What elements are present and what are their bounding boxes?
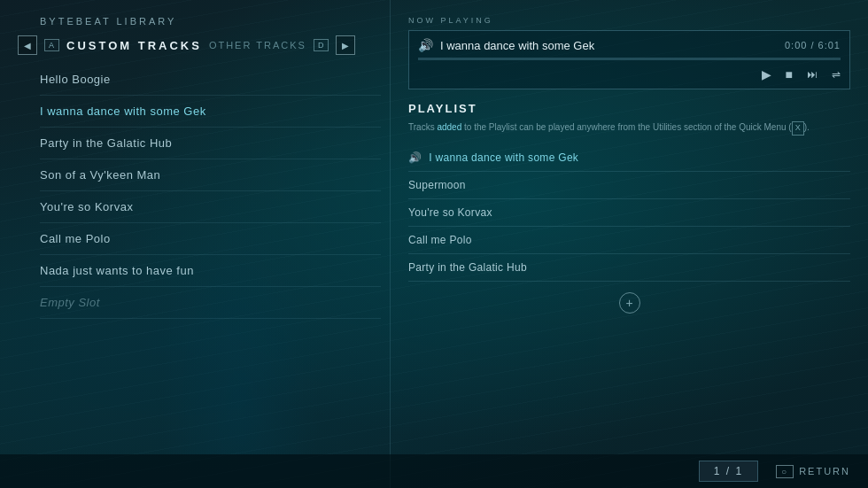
tab-other-tracks[interactable]: OTHER TRACKS (209, 40, 306, 50)
playlist-desc-post: to the Playlist can be played anywhere f… (461, 122, 791, 132)
playlist-item-name: You're so Korvax (408, 206, 492, 219)
stop-button[interactable]: ■ (786, 67, 793, 81)
track-list: Hello Boogie I wanna dance with some Gek… (0, 64, 390, 488)
playlist-item-name: Call me Polo (408, 234, 472, 246)
track-item[interactable]: Nada just wants to have fun (40, 255, 381, 287)
controls-row: ▶ ■ ⏭ ⇌ (418, 67, 841, 81)
left-key-badge: A (44, 39, 59, 51)
now-playing-box: 🔊 I wanna dance with some Gek 0:00 / 6:0… (408, 30, 850, 89)
now-playing-section: NOW PLAYING 🔊 I wanna dance with some Ge… (408, 16, 850, 89)
playlist-item-current[interactable]: 🔊 I wanna dance with some Gek (408, 144, 850, 172)
playlist-item[interactable]: Party in the Galatic Hub (408, 254, 850, 282)
playlist-item[interactable]: You're so Korvax (408, 199, 850, 227)
shuffle-button[interactable]: ⇌ (832, 68, 841, 81)
playlist-desc-pre: Tracks (408, 122, 437, 132)
page-counter: 1 / 1 (699, 461, 758, 482)
playlist-item[interactable]: Supermoon (408, 172, 850, 199)
track-item-empty[interactable]: Empty Slot (40, 287, 381, 319)
add-to-playlist-button[interactable]: + (619, 292, 640, 314)
now-playing-label: NOW PLAYING (408, 16, 850, 25)
playlist-add-row: + (408, 282, 850, 324)
playlist-description: Tracks added to the Playlist can be play… (408, 120, 850, 136)
track-item[interactable]: Call me Polo (40, 223, 381, 255)
playlist-item[interactable]: Call me Polo (408, 227, 850, 254)
return-label: ○ RETURN (776, 465, 850, 478)
bottom-bar: 1 / 1 ○ RETURN (0, 454, 868, 488)
tab-right-arrow[interactable]: ▶ (336, 35, 355, 55)
left-panel: BYTEBEAT LIBRARY ◀ A CUSTOM TRACKS OTHER… (0, 0, 390, 488)
playlist-desc-highlight: added (437, 122, 461, 132)
tab-custom-tracks[interactable]: CUSTOM TRACKS (66, 39, 202, 52)
playlist-item-name: I wanna dance with some Gek (429, 151, 578, 164)
next-button[interactable]: ⏭ (807, 68, 818, 81)
main-layout: BYTEBEAT LIBRARY ◀ A CUSTOM TRACKS OTHER… (0, 0, 868, 488)
playlist-section: PLAYLIST Tracks added to the Playlist ca… (408, 102, 850, 472)
left-arrow-icon: ◀ (24, 41, 31, 50)
time-display: 0:00 / 6:01 (785, 40, 841, 50)
right-panel: NOW PLAYING 🔊 I wanna dance with some Ge… (391, 0, 868, 488)
playlist-header: PLAYLIST (408, 102, 850, 115)
now-playing-track-row: 🔊 I wanna dance with some Gek 0:00 / 6:0… (418, 38, 841, 52)
return-key-badge: ○ (776, 465, 794, 478)
right-arrow-icon: ▶ (342, 41, 349, 50)
return-text: RETURN (799, 466, 850, 476)
playlist-item-name: Supermoon (408, 179, 466, 191)
quick-menu-key: X (792, 121, 804, 136)
play-button[interactable]: ▶ (762, 67, 771, 81)
playlist-items: 🔊 I wanna dance with some Gek Supermoon … (408, 144, 850, 282)
playlist-speaker-icon: 🔊 (408, 151, 422, 164)
tab-left-arrow[interactable]: ◀ (18, 35, 37, 55)
speaker-icon: 🔊 (418, 38, 433, 52)
track-item[interactable]: Hello Boogie (40, 64, 381, 96)
track-item[interactable]: Son of a Vy'keen Man (40, 159, 381, 191)
right-key-badge: D (314, 39, 329, 51)
track-item[interactable]: Party in the Galatic Hub (40, 128, 381, 159)
playlist-item-name: Party in the Galatic Hub (408, 261, 527, 274)
tabs-row: ◀ A CUSTOM TRACKS OTHER TRACKS D ▶ (0, 35, 390, 55)
now-playing-title: I wanna dance with some Gek (440, 39, 778, 52)
progress-bar[interactable] (418, 58, 841, 60)
playlist-desc-end: ). (804, 122, 810, 132)
track-item[interactable]: You're so Korvax (40, 191, 381, 223)
library-title: BYTEBEAT LIBRARY (0, 16, 390, 35)
track-item-playing[interactable]: I wanna dance with some Gek (40, 96, 381, 128)
